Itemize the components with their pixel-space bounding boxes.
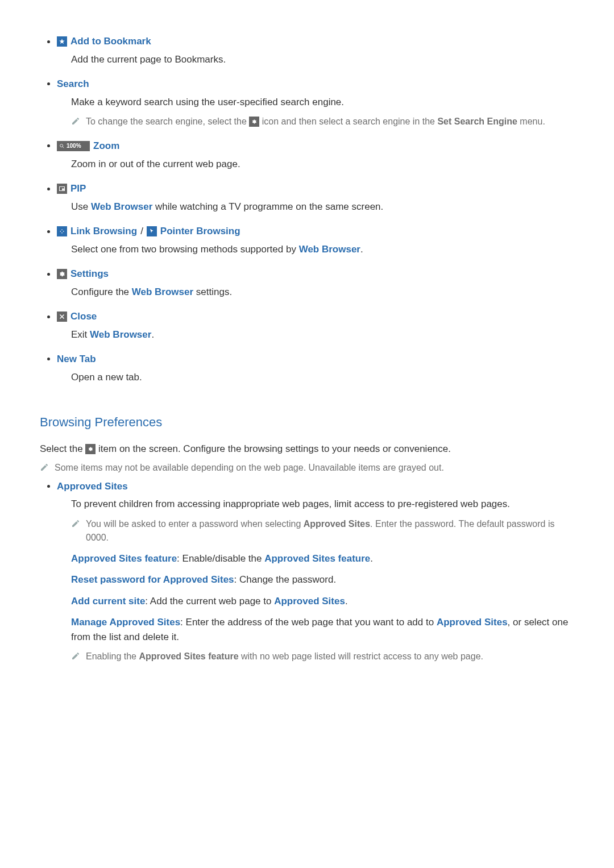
item-title: Close [70, 309, 97, 324]
item-header: New Tab [57, 352, 574, 367]
item-header: Search [57, 77, 574, 92]
sub-item: Add current site: Add the current web pa… [71, 594, 574, 609]
close-x-icon [57, 312, 67, 322]
item-title-2: Pointer Browsing [160, 224, 240, 239]
item-header: Close [57, 309, 574, 324]
list-item: Approved Sites To prevent children from … [57, 479, 574, 664]
item-title: Approved Sites [57, 479, 128, 494]
item-title: Settings [70, 267, 109, 281]
separator: / [140, 224, 143, 239]
note-text: To change the search engine, select the … [86, 115, 574, 128]
settings-gear-icon [57, 269, 67, 279]
list-item: Add to Bookmark Add the current page to … [57, 34, 574, 67]
item-description: Zoom in or out of the current web page. [71, 157, 574, 172]
zoom-value: 100% [67, 141, 81, 151]
pen-icon [71, 518, 80, 528]
item-description: Add the current page to Bookmarks. [71, 52, 574, 67]
list-item: Close Exit Web Browser. [57, 309, 574, 342]
list-item: Link Browsing / Pointer Browsing Select … [57, 224, 574, 256]
bookmark-star-icon [57, 36, 67, 47]
item-description: Select one from two browsing methods sup… [71, 242, 574, 257]
settings-gear-icon [85, 444, 96, 454]
item-header: Approved Sites [57, 479, 574, 494]
zoom-badge-icon: 100% [57, 141, 90, 151]
svg-line-2 [63, 147, 64, 148]
item-header: 100% Zoom [57, 139, 574, 153]
pointer-browsing-icon [147, 226, 157, 236]
feature-list: Add to Bookmark Add the current page to … [40, 34, 574, 384]
item-header: Settings [57, 267, 574, 281]
list-item: PIP Use Web Browser while watching a TV … [57, 181, 574, 214]
pen-icon [40, 462, 49, 471]
item-title: New Tab [57, 352, 96, 367]
link-browsing-icon [57, 226, 67, 236]
pip-icon [57, 184, 67, 194]
item-title: Add to Bookmark [70, 34, 151, 49]
section-heading: Browsing Preferences [40, 413, 574, 431]
sub-item: Manage Approved Sites: Enter the address… [71, 615, 574, 644]
item-description: Make a keyword search using the user-spe… [71, 95, 574, 110]
section-intro: Select the item on the screen. Configure… [40, 442, 574, 456]
item-header: Link Browsing / Pointer Browsing [57, 224, 574, 239]
item-note: You will be asked to enter a password wh… [71, 517, 574, 545]
item-note: Enabling the Approved Sites feature with… [71, 650, 574, 663]
list-item: Settings Configure the Web Browser setti… [57, 267, 574, 299]
preferences-list: Approved Sites To prevent children from … [40, 479, 574, 664]
note-text: You will be asked to enter a password wh… [86, 517, 574, 545]
svg-point-1 [60, 144, 63, 147]
list-item: New Tab Open a new tab. [57, 352, 574, 384]
item-description: Use Web Browser while watching a TV prog… [71, 200, 574, 214]
svg-rect-4 [62, 189, 64, 190]
item-header: Add to Bookmark [57, 34, 574, 49]
sub-item: Reset password for Approved Sites: Chang… [71, 572, 574, 587]
pen-icon [71, 116, 80, 125]
pen-icon [71, 651, 80, 660]
item-title: Zoom [93, 139, 119, 153]
list-item: Search Make a keyword search using the u… [57, 77, 574, 128]
section-note: Some items may not be available dependin… [40, 461, 574, 475]
item-description: To prevent children from accessing inapp… [71, 497, 574, 512]
settings-gear-icon [249, 117, 259, 127]
item-description: Configure the Web Browser settings. [71, 285, 574, 300]
list-item: 100% Zoom Zoom in or out of the current … [57, 139, 574, 171]
note-text: Some items may not be available dependin… [55, 461, 574, 475]
item-header: PIP [57, 181, 574, 196]
item-note: To change the search engine, select the … [71, 115, 574, 128]
item-title: Search [57, 77, 89, 92]
item-title: PIP [70, 181, 86, 196]
item-title-1: Link Browsing [70, 224, 137, 239]
sub-item: Approved Sites feature: Enable/disable t… [71, 551, 574, 566]
item-description: Exit Web Browser. [71, 327, 574, 342]
item-description: Open a new tab. [71, 370, 574, 385]
note-text: Enabling the Approved Sites feature with… [86, 650, 574, 663]
